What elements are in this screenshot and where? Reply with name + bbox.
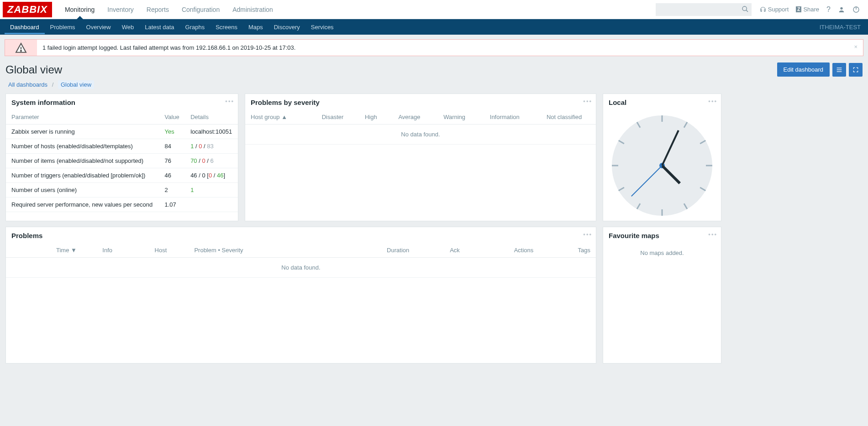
alert-close-icon[interactable]: × [848,40,863,56]
column-header: Details [185,110,238,125]
share-link[interactable]: Z Share [792,3,823,16]
global-search [656,3,752,16]
support-link[interactable]: Support [756,3,793,16]
widget-favourite-maps: ••• Favourite maps No maps added. [603,227,721,364]
column-header[interactable]: Actions [465,243,539,258]
column-header[interactable]: Tags [539,243,596,258]
alert-text: 1 failed login attempt logged. Last fail… [37,40,848,56]
table-row: Zabbix server is runningYeslocalhost:100… [6,125,238,139]
severity-table: Host group ▲DisasterHighAverageWarningIn… [245,110,596,145]
subnav-item-services[interactable]: Services [305,20,339,34]
user-icon[interactable] [834,3,849,16]
svg-line-1 [746,10,748,12]
help-icon[interactable]: ? [823,3,834,16]
subnav-item-discovery[interactable]: Discovery [268,20,305,34]
column-header[interactable]: Ack [415,243,465,258]
subnav-item-web[interactable]: Web [116,20,140,34]
sub-nav: DashboardProblemsOverviewWebLatest dataG… [0,19,868,35]
subnav-item-problems[interactable]: Problems [45,20,81,34]
subnav-item-screens[interactable]: Screens [210,20,243,34]
widget-menu-icon[interactable]: ••• [583,231,592,238]
subnav-item-dashboard[interactable]: Dashboard [5,20,45,34]
widget-menu-icon[interactable]: ••• [583,98,592,104]
table-row: Number of hosts (enabled/disabled/templa… [6,139,238,154]
dashboard-list-button[interactable] [832,63,846,77]
widget-system-information: ••• System information ParameterValueDet… [5,94,238,221]
brand-logo[interactable]: ZABBIX [3,2,52,17]
table-row: Required server performance, new values … [6,197,238,212]
no-data: No data found. [6,258,596,278]
no-data: No data found. [245,125,596,145]
widget-title: Favourite maps [603,227,721,243]
breadcrumb-all-dashboards[interactable]: All dashboards [8,81,47,88]
subnav-item-maps[interactable]: Maps [243,20,268,34]
edit-dashboard-button[interactable]: Edit dashboard [777,62,830,77]
widget-title: Problems [6,227,596,243]
svg-point-2 [840,7,842,9]
topnav-item-configuration[interactable]: Configuration [175,0,226,19]
column-header[interactable]: Not classified [532,110,596,125]
clock-sec-hand [631,165,663,197]
breadcrumb: All dashboards / Global view [0,80,868,94]
topnav-item-administration[interactable]: Administration [226,0,279,19]
column-header[interactable]: Time ▼ [6,243,82,258]
page-header: Global view Edit dashboard [0,61,868,80]
clock-min-hand [661,130,679,166]
column-header[interactable]: Warning [432,110,477,125]
widget-problems-by-severity: ••• Problems by severity Host group ▲Dis… [245,94,596,221]
widget-title: Local [603,94,721,110]
subnav-item-latest-data[interactable]: Latest data [139,20,179,34]
column-header: Parameter [6,110,159,125]
page-title: Global view [5,63,62,76]
sysinfo-table: ParameterValueDetails Zabbix server is r… [6,110,238,212]
column-header[interactable]: Disaster [310,110,355,125]
z-icon: Z [796,6,801,12]
column-header[interactable]: Host group ▲ [245,110,310,125]
top-nav: ZABBIX MonitoringInventoryReportsConfigu… [0,0,868,19]
widget-problems: ••• Problems Time ▼InfoHostProblem • Sev… [5,227,596,364]
alert-banner: 1 failed login attempt logged. Last fail… [5,39,863,56]
logout-icon[interactable] [849,3,863,16]
svg-point-6 [21,50,21,51]
widget-menu-icon[interactable]: ••• [708,98,717,104]
svg-point-0 [742,6,747,10]
column-header: Value [159,110,185,125]
no-data: No maps added. [603,243,721,263]
subnav-item-overview[interactable]: Overview [81,20,116,34]
clock-face [612,115,712,216]
widget-menu-icon[interactable]: ••• [225,98,234,104]
column-header[interactable]: High [355,110,387,125]
topnav-item-inventory[interactable]: Inventory [101,0,140,19]
column-header[interactable]: Info [82,243,133,258]
widget-title: System information [6,94,238,110]
table-row: Number of items (enabled/disabled/not su… [6,154,238,168]
subnav-item-graphs[interactable]: Graphs [180,20,210,34]
widget-title: Problems by severity [245,94,596,110]
alert-icon [5,40,37,56]
topnav-items: MonitoringInventoryReportsConfigurationA… [58,0,279,19]
widget-menu-icon[interactable]: ••• [708,231,717,238]
problems-table: Time ▼InfoHostProblem • SeverityDuration… [6,243,596,278]
search-input[interactable] [656,3,752,16]
fullscreen-button[interactable] [849,63,863,77]
widget-local-clock: ••• Local [603,94,721,221]
column-header[interactable]: Average [387,110,432,125]
column-header[interactable]: Host [133,243,189,258]
table-row: Number of triggers (enabled/disabled [pr… [6,168,238,183]
search-icon[interactable] [742,5,749,13]
clock-hour-hand [661,164,681,184]
topnav-item-monitoring[interactable]: Monitoring [58,0,101,19]
column-header[interactable]: Information [477,110,532,125]
server-name: ITHEIMA-TEST [820,24,863,31]
breadcrumb-current[interactable]: Global view [58,80,94,89]
column-header[interactable]: Problem • Severity [189,243,334,258]
topnav-item-reports[interactable]: Reports [140,0,175,19]
column-header[interactable]: Duration [334,243,415,258]
table-row: Number of users (online)21 [6,183,238,197]
